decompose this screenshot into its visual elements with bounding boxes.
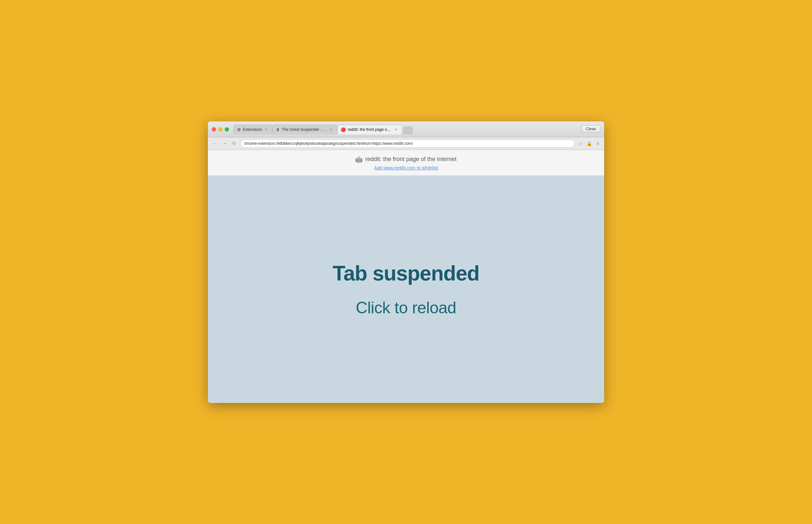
reddit-logo-icon: 🤖 [355,156,362,163]
great-suspender-tab-icon: ⏸ [276,127,280,132]
tab-reddit[interactable]: 🔴 reddit: the front page of th… ✕ [337,125,402,134]
site-title-text: reddit: the front page of the internet [365,156,456,163]
forward-icon: → [222,141,227,146]
title-bar: ⚙ Extensions ✕ ⏸ The Great Suspender - C… [208,121,604,137]
forward-button[interactable]: → [221,140,228,147]
address-bar-row: ← → ↻ ☆ 🔒 ≡ [208,137,604,150]
page-content[interactable]: Tab suspended Click to reload [208,176,604,403]
great-suspender-tab-title: The Great Suspender - Ch… [282,127,327,132]
close-button[interactable] [212,127,216,131]
toolbar-icons: ☆ 🔒 ≡ [578,140,601,147]
back-button[interactable]: ← [211,140,218,147]
reload-button[interactable]: ↻ [231,140,238,147]
site-title: 🤖 reddit: the front page of the internet [214,156,598,163]
clean-button[interactable]: Clean [582,125,600,132]
click-to-reload-text: Click to reload [356,298,456,317]
reddit-tab-close[interactable]: ✕ [394,127,399,132]
address-input[interactable] [240,139,575,148]
whitelist-link[interactable]: Add www.reddit.com to whitelist [374,165,438,170]
tab-extensions[interactable]: ⚙ Extensions ✕ [233,125,272,134]
back-icon: ← [212,141,217,146]
tab-great-suspender[interactable]: ⏸ The Great Suspender - Ch… ✕ [272,125,337,134]
extensions-tab-title: Extensions [243,127,262,132]
reload-icon: ↻ [232,141,236,146]
reddit-tab-icon: 🔴 [341,127,346,132]
great-suspender-tab-close[interactable]: ✕ [329,127,334,132]
browser-window: ⚙ Extensions ✕ ⏸ The Great Suspender - C… [208,121,604,403]
extensions-tab-close[interactable]: ✕ [264,127,269,132]
tab-suspended-heading: Tab suspended [332,261,480,285]
maximize-button[interactable] [225,127,229,131]
extensions-tab-icon: ⚙ [237,127,241,132]
page-header: 🤖 reddit: the front page of the internet… [208,150,604,176]
minimize-button[interactable] [218,127,223,131]
star-icon[interactable]: ☆ [578,140,584,147]
tabs-container: ⚙ Extensions ✕ ⏸ The Great Suspender - C… [233,125,582,134]
menu-icon[interactable]: ≡ [595,140,601,147]
reddit-tab-title: reddit: the front page of th… [348,127,392,132]
new-tab-placeholder[interactable] [403,127,412,134]
extension-icon[interactable]: 🔒 [586,140,592,147]
traffic-lights [212,127,229,131]
